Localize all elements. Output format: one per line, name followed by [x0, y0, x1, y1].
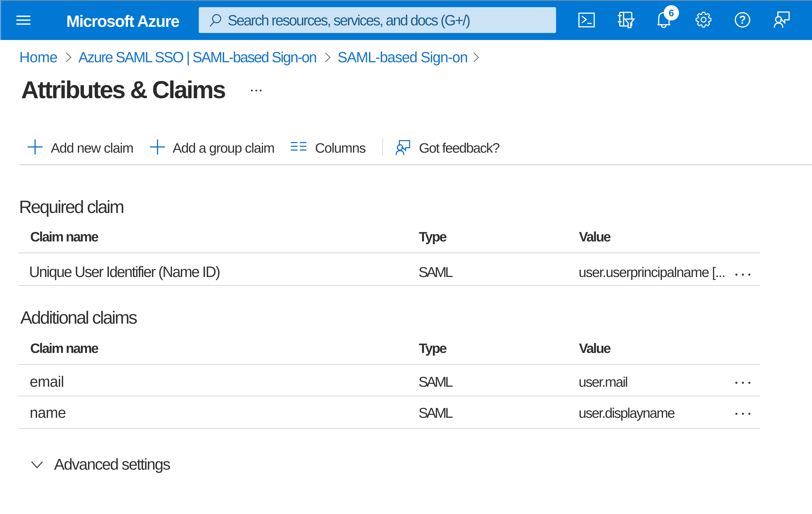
svg-text:?: ? — [739, 13, 746, 26]
svg-text:6: 6 — [669, 8, 674, 18]
